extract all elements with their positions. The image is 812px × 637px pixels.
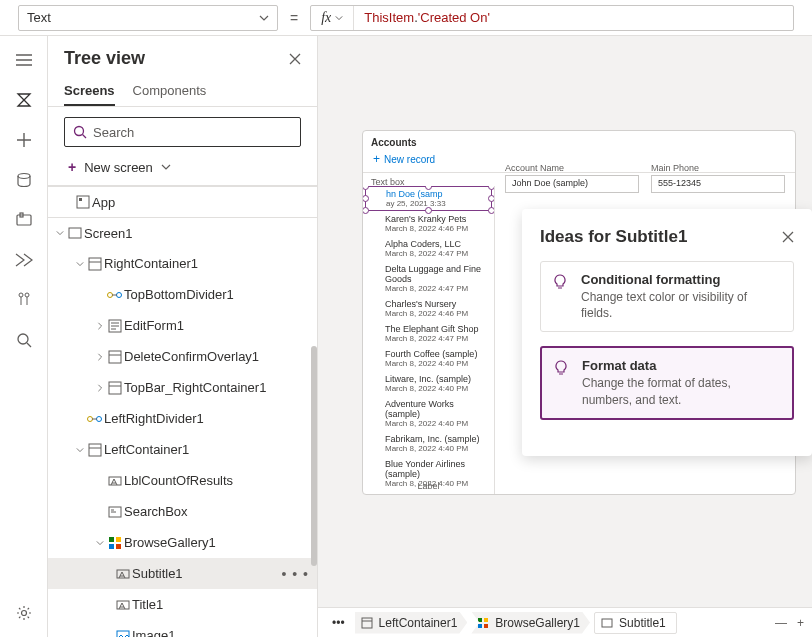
tree-item-label: Screen1 [84,226,309,241]
tree-item-label: RightContainer1 [104,256,309,271]
more-icon[interactable]: • • • [282,566,309,582]
tree-list: App Screen1 RightContainer1 TopBottomDiv… [48,186,317,637]
main-phone-input[interactable]: 555-12345 [651,175,785,193]
account-name-input[interactable]: John Doe (sample) [505,175,639,193]
chevron-right-icon[interactable] [94,353,106,361]
new-screen-button[interactable]: + New screen [48,153,317,186]
power-automate-icon[interactable] [14,250,34,270]
tree-view-panel: Tree view Screens Components Search + Ne… [48,36,318,637]
gallery-item[interactable]: Delta Luggage and Fine GoodsMarch 8, 202… [363,261,494,296]
plus-icon[interactable]: + [797,616,804,630]
idea-format-data[interactable]: Format data Change the format of dates, … [540,346,794,419]
tree-browsegallery1[interactable]: BrowseGallery1 [48,527,317,558]
tree-app[interactable]: App [48,186,317,217]
crumb-subtitle[interactable]: Subtitle1 [594,612,677,634]
gallery-item[interactable]: Fabrikam, Inc. (sample)March 8, 2022 4:4… [363,431,494,456]
tree-item-label: EditForm1 [124,318,309,333]
label-icon [114,567,132,581]
gallery-title: hn Doe (samp [386,189,485,199]
app-icon [74,195,92,209]
gallery-item-selected[interactable]: hn Doe (samp ay 25, 2021 3:33 [365,186,492,211]
tree-view-icon[interactable] [14,90,34,110]
tree-screen1[interactable]: Screen1 [48,217,317,248]
tree-lblcount[interactable]: LblCountOfResults [48,465,317,496]
tree-item-label: LblCountOfResults [124,473,309,488]
tree-leftcontainer1[interactable]: LeftContainer1 [48,434,317,465]
search-icon[interactable] [14,330,34,350]
gallery-item[interactable]: City Power & Light (sample)March 8, 2022… [363,491,494,494]
tree-searchbox[interactable]: SearchBox [48,496,317,527]
svg-point-6 [21,611,26,616]
tab-screens[interactable]: Screens [64,77,115,106]
gallery-subtitle: March 8, 2022 4:40 PM [385,419,486,428]
chevron-down-icon[interactable] [54,229,66,237]
gallery-item[interactable]: Karen's Kranky PetsMarch 8, 2022 4:46 PM [363,211,494,236]
tree-topbarright[interactable]: TopBar_RightContainer1 [48,372,317,403]
gallery-subtitle: March 8, 2022 4:40 PM [385,384,486,393]
formula-input[interactable]: fx ThisItem.'Created On' [310,5,794,31]
svg-rect-29 [362,618,372,628]
plus-icon: + [68,159,76,175]
bottom-bar: ••• LeftContainer1 BrowseGallery1 Subtit… [318,607,812,637]
gallery-title: Delta Luggage and Fine Goods [385,264,486,284]
gallery-subtitle: March 8, 2022 4:46 PM [385,224,486,233]
tree-image1[interactable]: Image1 [48,620,317,637]
container-icon [106,381,124,395]
chevron-right-icon[interactable] [94,384,106,392]
tree-editform1[interactable]: EditForm1 [48,310,317,341]
gallery-footer-label: Label [363,479,494,491]
image-icon [114,630,132,638]
tree-deleteconfirm[interactable]: DeleteConfirmOverlay1 [48,341,317,372]
gallery-item[interactable]: Fourth Coffee (sample)March 8, 2022 4:40… [363,346,494,371]
more-icon[interactable]: ••• [326,616,351,630]
canvas: Accounts +New record Text box Account Na… [318,36,812,607]
settings-icon[interactable] [14,603,34,623]
gallery-item[interactable]: The Elephant Gift ShopMarch 8, 2022 4:47… [363,321,494,346]
variables-icon[interactable] [14,290,34,310]
chevron-down-icon[interactable] [74,260,86,268]
svg-rect-31 [484,618,488,622]
chevron-down-icon[interactable] [74,446,86,454]
chevron-down-icon[interactable] [94,539,106,547]
property-selector[interactable]: Text [18,5,278,31]
ideas-panel: Ideas for Subtitle1 Conditional formatti… [522,209,812,456]
tree-topbottomdivider[interactable]: TopBottomDivider1 [48,279,317,310]
tree-subtitle1[interactable]: Subtitle1 • • • [48,558,317,589]
media-icon[interactable] [14,210,34,230]
svg-point-4 [25,293,29,297]
tab-components[interactable]: Components [133,77,207,106]
gallery-item[interactable]: Adventure Works (sample)March 8, 2022 4:… [363,396,494,431]
tree-title1[interactable]: Title1 [48,589,317,620]
tree-leftrightdivider[interactable]: LeftRightDivider1 [48,403,317,434]
gallery-item[interactable]: Alpha Coders, LLCMarch 8, 2022 4:47 PM [363,236,494,261]
tree-search[interactable]: Search [64,117,301,147]
chevron-right-icon[interactable] [94,322,106,330]
gallery-subtitle: March 8, 2022 4:47 PM [385,334,486,343]
close-icon[interactable] [782,231,794,243]
hamburger-icon[interactable] [14,50,34,70]
formula-bar: Text = fx ThisItem.'Created On' [0,0,812,36]
property-name: Text [27,10,51,25]
scrollbar[interactable] [311,346,317,566]
gallery-title: Fabrikam, Inc. (sample) [385,434,486,444]
svg-rect-34 [602,619,612,627]
insert-icon[interactable] [14,130,34,150]
browse-gallery[interactable]: hn Doe (samp ay 25, 2021 3:33 Karen's Kr… [363,186,495,494]
tree-item-label: Title1 [132,597,309,612]
minus-icon[interactable]: — [775,616,787,630]
tree-rightcontainer1[interactable]: RightContainer1 [48,248,317,279]
idea-conditional-formatting[interactable]: Conditional formatting Change text color… [540,261,794,332]
data-icon[interactable] [14,170,34,190]
gallery-item[interactable]: Charles's NurseryMarch 8, 2022 4:46 PM [363,296,494,321]
crumb-label: LeftContainer1 [379,616,458,630]
container-icon [106,350,124,364]
crumb-leftcontainer[interactable]: LeftContainer1 [355,612,468,634]
gallery-item[interactable]: Litware, Inc. (sample)March 8, 2022 4:40… [363,371,494,396]
equals-sign: = [286,10,302,26]
svg-point-7 [75,127,84,136]
crumb-browsegallery[interactable]: BrowseGallery1 [471,612,590,634]
gallery-title: Alpha Coders, LLC [385,239,486,249]
ideas-title: Ideas for Subtitle1 [540,227,687,247]
close-icon[interactable] [289,53,301,65]
idea-desc: Change the format of dates, numbers, and… [582,375,780,407]
